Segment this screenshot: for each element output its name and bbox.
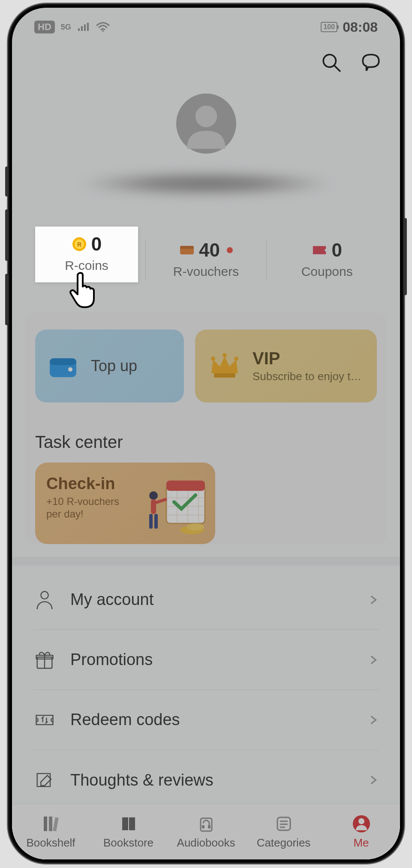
person-icon: [33, 589, 56, 611]
avatar[interactable]: [176, 94, 236, 154]
hd-badge: HD: [34, 21, 55, 33]
rvouchers-value: 40: [199, 239, 220, 261]
signal-icon: [77, 22, 90, 32]
menu-list: My account Promotions Redeem codes Thoug…: [33, 570, 379, 810]
pointer-hand-icon: [68, 269, 102, 308]
svg-rect-36: [44, 817, 47, 831]
rvouchers-label: R-vouchers: [146, 264, 266, 279]
tab-label: Categories: [257, 836, 311, 850]
svg-point-15: [223, 353, 227, 357]
svg-point-0: [102, 30, 104, 32]
crown-icon: [208, 352, 241, 380]
topup-title: Top up: [91, 357, 137, 375]
task-center-heading: Task center: [35, 432, 123, 452]
notification-dot: [227, 247, 233, 253]
svg-rect-27: [149, 514, 153, 529]
wallet-coupons[interactable]: 0 Coupons: [267, 231, 387, 287]
coin-icon: R: [72, 236, 87, 252]
menu-label: Thoughts & reviews: [70, 771, 353, 789]
svg-point-31: [187, 523, 204, 530]
avatar-icon: [176, 94, 236, 154]
voucher-icon: [179, 242, 195, 258]
wifi-icon: [96, 22, 110, 32]
svg-rect-37: [49, 817, 52, 831]
chat-bubble-icon: [360, 52, 382, 73]
svg-point-16: [234, 357, 238, 361]
svg-rect-38: [53, 817, 58, 832]
svg-point-47: [358, 818, 364, 824]
username-blurred: [78, 171, 335, 197]
gift-icon: [33, 649, 56, 671]
phone-side-button: [5, 166, 9, 197]
bookshelf-icon: [41, 814, 61, 834]
menu-promotions[interactable]: Promotions: [33, 630, 379, 690]
wallet-rvouchers[interactable]: 40 R-vouchers: [146, 231, 266, 287]
tab-bookstore[interactable]: Bookstore: [90, 804, 167, 859]
tab-bookshelf[interactable]: Bookshelf: [12, 804, 90, 859]
svg-point-1: [323, 54, 336, 67]
tab-label: Bookstore: [103, 836, 153, 850]
menu-label: Promotions: [70, 650, 353, 669]
tab-bar: Bookshelf Bookstore Audiobooks Categorie…: [12, 804, 400, 859]
checkin-subtitle: +10 R-vouchers per day!: [46, 496, 136, 520]
svg-rect-28: [154, 514, 158, 529]
svg-point-12: [68, 367, 72, 372]
review-icon: [33, 769, 56, 791]
chevron-right-icon: [367, 594, 379, 605]
tab-label: Bookshelf: [26, 836, 75, 850]
phone-frame: HD 5G 100 08:08: [8, 3, 404, 864]
tab-categories[interactable]: Categories: [245, 804, 322, 859]
svg-line-29: [155, 499, 165, 503]
svg-rect-18: [166, 481, 205, 491]
svg-point-4: [195, 106, 217, 127]
chevron-right-icon: [367, 714, 379, 726]
svg-rect-11: [50, 358, 76, 365]
vip-subtitle: Subscribe to enjoy th…: [253, 370, 364, 383]
checkin-illustration: [141, 472, 209, 536]
checkin-card[interactable]: Check-in +10 R-vouchers per day!: [35, 463, 215, 544]
menu-label: My account: [70, 590, 353, 609]
menu-my-account[interactable]: My account: [33, 570, 379, 630]
menu-redeem-codes[interactable]: Redeem codes: [33, 690, 379, 750]
menu-label: Redeem codes: [70, 711, 353, 729]
categories-icon: [274, 814, 294, 834]
wallet-icon: [48, 352, 80, 380]
tab-me[interactable]: Me: [322, 804, 400, 859]
phone-side-button: [403, 218, 407, 295]
tab-label: Audiobooks: [177, 836, 235, 850]
coupons-label: Coupons: [267, 264, 387, 279]
messages-button[interactable]: [359, 51, 383, 75]
checkin-title: Check-in: [46, 475, 136, 493]
chevron-right-icon: [367, 774, 379, 786]
battery-icon: 100: [321, 22, 337, 32]
coupons-value: 0: [331, 239, 342, 261]
svg-rect-9: [180, 246, 194, 249]
ticket-icon: [33, 709, 56, 731]
audiobooks-icon: [196, 814, 216, 834]
phone-side-button: [5, 274, 9, 325]
svg-text:R: R: [77, 241, 81, 248]
search-icon: [321, 52, 342, 73]
vip-title: VIP: [253, 349, 364, 368]
topup-card[interactable]: Top up: [35, 330, 184, 402]
network-indicator: 5G: [61, 23, 71, 32]
svg-rect-13: [214, 373, 235, 378]
search-button[interactable]: [319, 51, 343, 75]
tab-label: Me: [353, 836, 369, 850]
svg-rect-40: [202, 825, 204, 829]
svg-point-32: [41, 591, 48, 599]
tab-audiobooks[interactable]: Audiobooks: [167, 804, 245, 859]
clock: 08:08: [343, 19, 378, 35]
phone-side-button: [5, 209, 9, 261]
menu-thoughts-reviews[interactable]: Thoughts & reviews: [33, 750, 379, 810]
section-divider: [12, 557, 400, 566]
svg-point-25: [149, 491, 158, 500]
status-bar: HD 5G 100 08:08: [12, 8, 400, 46]
rcoins-value: 0: [91, 233, 102, 255]
vip-card[interactable]: VIP Subscribe to enjoy th…: [195, 330, 377, 402]
coupon-icon: [312, 242, 327, 258]
svg-point-14: [211, 357, 215, 361]
bookstore-icon: [119, 814, 138, 834]
svg-rect-41: [208, 825, 211, 829]
chevron-right-icon: [367, 654, 379, 665]
